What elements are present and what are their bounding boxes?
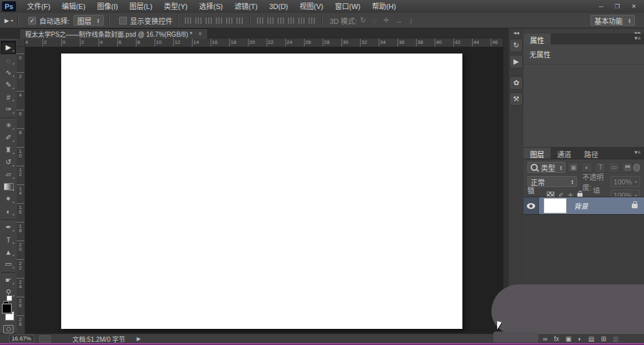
- menu-item-5[interactable]: 类型(Y): [158, 0, 194, 13]
- menu-item-9[interactable]: 视图(V): [294, 0, 329, 13]
- distribute-right-edges-icon[interactable]: [308, 17, 315, 24]
- checkbox-checked-icon[interactable]: ✓: [28, 17, 36, 25]
- menu-item-8[interactable]: 3D(D): [263, 0, 294, 13]
- panel-menu-icon[interactable]: ▼≡: [629, 148, 644, 159]
- distribute-vertical-centers-icon[interactable]: [267, 17, 274, 24]
- 3d-slide-icon[interactable]: ↔: [395, 17, 402, 25]
- expand-panels-icon[interactable]: ◀◀: [509, 28, 524, 36]
- foreground-color-swatch[interactable]: [2, 304, 12, 313]
- align-top-edges-icon[interactable]: [185, 17, 191, 24]
- visibility-toggle[interactable]: [524, 197, 539, 214]
- hand-tool[interactable]: ☛: [1, 273, 15, 286]
- restore-button[interactable]: ❐: [614, 3, 620, 10]
- color-swatches[interactable]: [1, 303, 15, 321]
- menu-item-4[interactable]: 图层(L): [124, 0, 158, 13]
- layer-style-icon[interactable]: fx: [554, 335, 559, 342]
- ruler-label: 36: [399, 39, 404, 45]
- filter-shape-layers-icon[interactable]: ▭: [608, 162, 620, 173]
- panel-menu-icon[interactable]: ▼≡: [629, 34, 644, 44]
- filter-toggle[interactable]: [633, 164, 640, 172]
- align-vertical-centers-icon[interactable]: [195, 17, 202, 24]
- eraser-tool[interactable]: ▱: [1, 168, 15, 181]
- tab-路径[interactable]: 路径: [578, 148, 605, 159]
- brush-panel-icon[interactable]: ✿: [509, 76, 523, 90]
- path-selection-tool[interactable]: ▲: [1, 246, 15, 258]
- layer-filter-dropdown[interactable]: 类型 ▲▼: [527, 162, 565, 173]
- checkbox-unchecked-icon[interactable]: [119, 17, 127, 25]
- new-group-icon[interactable]: ▤: [588, 335, 594, 342]
- layer-thumbnail[interactable]: [544, 198, 567, 213]
- menu-item-11[interactable]: 帮助(H): [366, 0, 402, 13]
- mouse-cursor: [497, 321, 502, 330]
- opacity-dropdown[interactable]: 100%▾: [611, 176, 640, 187]
- rectangle-tool[interactable]: ▭: [1, 258, 15, 270]
- lasso-tool[interactable]: ∿: [1, 66, 15, 79]
- distribute-horizontal-centers-icon[interactable]: [298, 17, 305, 24]
- history-brush-tool[interactable]: ↺: [1, 156, 15, 168]
- lasso-tool-glyph: ∿: [5, 68, 11, 77]
- new-adjustment-layer-icon[interactable]: ◐: [578, 335, 582, 342]
- align-right-edges-icon[interactable]: [236, 17, 243, 24]
- ruler-origin-corner[interactable]: [17, 39, 25, 47]
- spot-healing-brush-tool[interactable]: ✳: [1, 119, 15, 132]
- minimize-button[interactable]: ─: [599, 3, 603, 10]
- workspace-switcher[interactable]: 基本功能 ▲▼: [591, 15, 635, 26]
- document-tab[interactable]: 程太太学PS之——制作线条款封面.psd @ 16.7%(RGB/8) * ×: [19, 28, 208, 39]
- 3d-roll-icon[interactable]: ◌: [372, 17, 377, 25]
- horizontal-ruler[interactable]: 4202468101214161820222426283032343638404…: [17, 39, 503, 47]
- vertical-ruler[interactable]: 0246810121416182022242628: [17, 46, 25, 334]
- add-layer-mask-icon[interactable]: ▣: [565, 335, 571, 342]
- 3d-drag-icon[interactable]: ✛: [383, 16, 389, 25]
- brush-tool[interactable]: ✐: [1, 132, 15, 144]
- menu-item-10[interactable]: 窗口(W): [329, 0, 366, 13]
- filter-smart-objects-icon[interactable]: ⬒: [621, 162, 633, 173]
- crop-tool[interactable]: #: [1, 91, 15, 103]
- quick-mask-button[interactable]: [3, 325, 14, 333]
- status-options-icon[interactable]: [39, 335, 51, 342]
- eyedropper-tool[interactable]: ✑: [1, 103, 15, 115]
- align-bottom-edges-icon[interactable]: [205, 17, 212, 24]
- 3d-scale-icon[interactable]: ↕: [409, 17, 413, 25]
- distribute-top-edges-icon[interactable]: [257, 17, 263, 24]
- filter-pixel-layers-icon[interactable]: ▣: [567, 162, 579, 173]
- gradient-tool[interactable]: [1, 181, 15, 193]
- status-menu-arrow-icon[interactable]: ▶: [137, 336, 140, 342]
- delete-layer-icon[interactable]: ▥: [612, 335, 618, 342]
- layer-name[interactable]: 背景: [574, 201, 588, 211]
- align-left-edges-icon[interactable]: [216, 17, 222, 24]
- blur-tool[interactable]: ♠: [1, 193, 15, 205]
- tab-properties[interactable]: 属性: [524, 34, 551, 44]
- 3d-rotate-icon[interactable]: ↻: [360, 16, 366, 25]
- history-panel-icon[interactable]: ↻: [509, 39, 523, 52]
- close-button[interactable]: ✕: [631, 3, 636, 10]
- tab-图层[interactable]: 图层: [524, 148, 551, 159]
- clone-stamp-tool[interactable]: ♜: [1, 144, 15, 156]
- menu-item-2[interactable]: 编辑(E): [56, 0, 91, 13]
- zoom-level-field[interactable]: 16.67%: [9, 335, 34, 342]
- type-tool[interactable]: T: [1, 233, 15, 246]
- distribute-bottom-edges-icon[interactable]: [278, 17, 284, 24]
- new-layer-icon[interactable]: ⊞: [601, 335, 606, 342]
- align-horizontal-centers-icon[interactable]: [226, 17, 232, 24]
- elliptical-marquee-tool[interactable]: ◌: [1, 54, 15, 66]
- tab-通道[interactable]: 通道: [551, 148, 578, 159]
- menu-item-7[interactable]: 滤镜(T): [229, 0, 263, 13]
- show-transform-checkbox[interactable]: 显示变换控件: [119, 15, 173, 26]
- clone-source-panel-icon[interactable]: ⚒: [509, 92, 523, 106]
- layer-row-background[interactable]: 背景: [524, 197, 644, 215]
- dodge-tool[interactable]: ◐: [1, 205, 15, 217]
- auto-select-dropdown[interactable]: 图层 ▲▼: [73, 15, 104, 26]
- move-tool[interactable]: ▶: [1, 41, 16, 54]
- tab-close-icon[interactable]: ×: [198, 30, 202, 37]
- document-canvas[interactable]: [61, 54, 462, 329]
- menu-item-3[interactable]: 图像(I): [91, 0, 124, 13]
- quick-selection-tool[interactable]: ✎: [1, 79, 15, 91]
- menu-item-6[interactable]: 选择(S): [193, 0, 229, 13]
- pen-tool[interactable]: ✒: [1, 221, 15, 233]
- actions-panel-icon[interactable]: ▶: [509, 55, 523, 68]
- current-tool-icon[interactable]: ▶▾: [5, 17, 13, 24]
- menu-item-1[interactable]: 文件(F): [21, 0, 56, 13]
- distribute-left-edges-icon[interactable]: [288, 17, 294, 24]
- link-layers-icon[interactable]: ∞: [543, 335, 547, 342]
- auto-select-checkbox[interactable]: ✓ 自动选择:: [28, 15, 70, 26]
